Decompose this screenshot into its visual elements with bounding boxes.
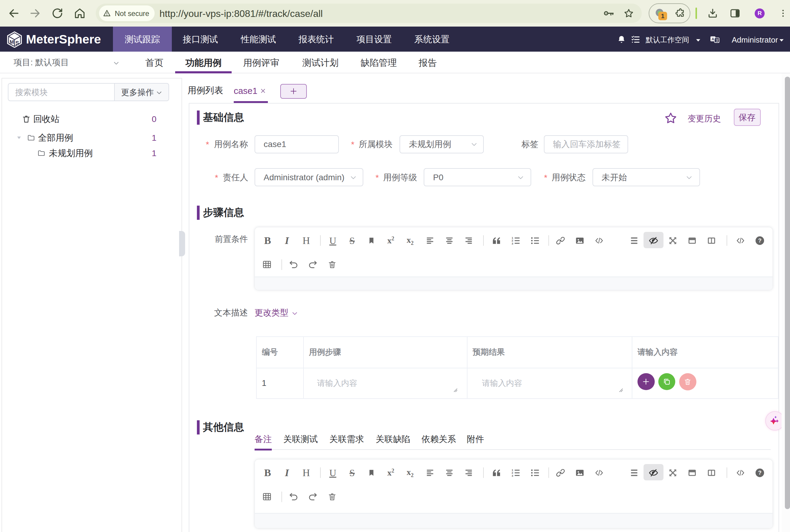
svg-text:M: M [10,39,14,45]
svg-text:S: S [15,40,19,46]
svg-text:文: 文 [715,38,719,42]
svg-text:A: A [712,37,715,41]
svg-text:?: ? [758,470,761,476]
svg-text:?: ? [758,237,761,244]
svg-text:3: 3 [512,242,513,245]
svg-text:3: 3 [512,474,513,477]
